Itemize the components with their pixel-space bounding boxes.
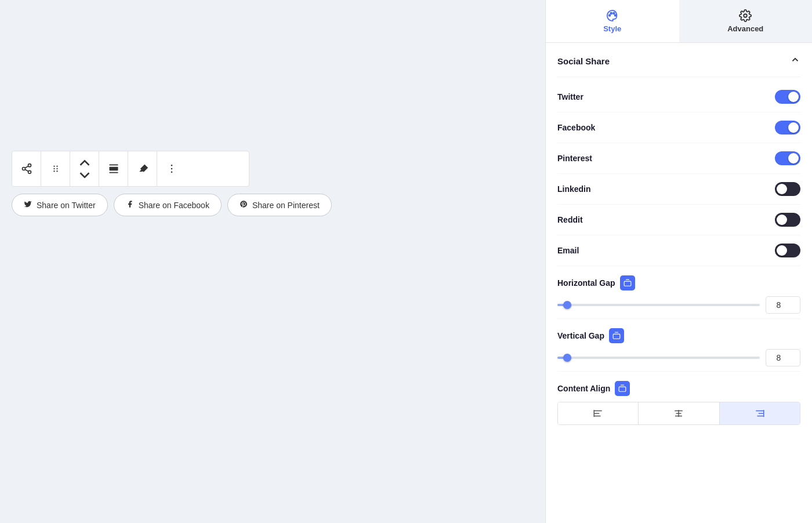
share-buttons-row: Share on Twitter Share on Facebook Share… (12, 194, 332, 216)
share-pinterest-label: Share on Pinterest (252, 201, 320, 210)
horizontal-gap-input[interactable] (766, 296, 800, 314)
toggle-label-twitter: Twitter (557, 92, 583, 101)
widget-container: Share on Twitter Share on Facebook Share… (12, 151, 332, 216)
svg-point-18 (610, 13, 612, 14)
toggle-label-linkedin: Linkedin (557, 184, 591, 194)
svg-point-9 (53, 170, 55, 172)
svg-rect-26 (619, 387, 626, 391)
svg-point-17 (608, 14, 610, 16)
toggle-twitter[interactable] (775, 90, 800, 104)
tab-advanced-label: Advanced (727, 24, 763, 33)
toggle-row-facebook: Facebook (557, 112, 800, 143)
horizontal-gap-device-icon[interactable] (620, 275, 635, 290)
align-left-button[interactable] (558, 402, 639, 424)
toggle-reddit[interactable] (775, 213, 800, 227)
facebook-icon (126, 200, 134, 210)
share-twitter-button[interactable]: Share on Twitter (12, 194, 108, 216)
section-title: Social Share (557, 56, 610, 66)
horizontal-gap-section: Horizontal Gap (557, 266, 800, 319)
svg-line-3 (25, 169, 28, 171)
share-icon[interactable] (12, 151, 41, 186)
svg-point-7 (53, 168, 55, 170)
right-panel: Style Advanced Social Share TwitterFaceb… (545, 0, 812, 523)
svg-point-1 (22, 168, 25, 170)
svg-point-8 (56, 168, 58, 170)
svg-rect-22 (624, 281, 631, 286)
more-icon[interactable] (157, 151, 186, 186)
toggle-row-linkedin: Linkedin (557, 174, 800, 205)
pin-icon[interactable] (128, 151, 157, 186)
svg-point-0 (28, 164, 31, 167)
panel-tabs: Style Advanced (546, 0, 812, 43)
toggle-email[interactable] (775, 244, 800, 257)
share-facebook-button[interactable]: Share on Facebook (114, 194, 222, 216)
panel-content: Social Share TwitterFacebookPinterestLin… (546, 43, 812, 441)
toggle-row-pinterest: Pinterest (557, 143, 800, 174)
svg-point-15 (171, 168, 173, 170)
toggle-label-facebook: Facebook (557, 123, 595, 132)
vertical-gap-slider-row (557, 349, 800, 366)
drag-icon[interactable] (41, 151, 70, 186)
content-align-device-icon[interactable] (615, 381, 630, 396)
toggle-linkedin[interactable] (775, 182, 800, 196)
svg-point-5 (53, 166, 55, 168)
vertical-gap-input[interactable] (766, 349, 800, 366)
toggle-label-email: Email (557, 246, 579, 255)
vertical-gap-device-icon[interactable] (609, 328, 624, 343)
svg-point-16 (171, 172, 173, 173)
svg-point-6 (56, 166, 58, 168)
toggle-row-twitter: Twitter (557, 82, 800, 112)
svg-point-21 (744, 14, 748, 17)
toggle-label-reddit: Reddit (557, 215, 583, 224)
svg-point-20 (614, 14, 616, 16)
share-pinterest-button[interactable]: Share on Pinterest (227, 194, 332, 216)
toggle-pinterest[interactable] (775, 151, 800, 165)
align-icon[interactable] (99, 151, 128, 186)
collapse-icon[interactable] (790, 55, 800, 67)
toggle-rows: TwitterFacebookPinterestLinkedinRedditEm… (557, 82, 800, 266)
horizontal-gap-slider-row (557, 296, 800, 314)
content-align-section: Content Align (557, 372, 800, 430)
svg-point-10 (56, 170, 58, 172)
tab-advanced[interactable]: Advanced (679, 0, 813, 42)
content-align-label: Content Align (557, 384, 610, 393)
tab-style[interactable]: Style (546, 0, 679, 42)
pinterest-icon (240, 200, 248, 210)
horizontal-gap-track[interactable] (557, 304, 760, 306)
section-header: Social Share (557, 43, 800, 77)
tab-style-label: Style (603, 24, 621, 33)
vertical-gap-section: Vertical Gap (557, 319, 800, 372)
align-right-button[interactable] (720, 402, 800, 424)
canvas-area: Share on Twitter Share on Facebook Share… (0, 0, 545, 523)
toggle-facebook[interactable] (775, 121, 800, 135)
twitter-icon (24, 200, 32, 210)
svg-rect-11 (109, 167, 118, 171)
toggle-label-pinterest: Pinterest (557, 154, 592, 163)
svg-line-4 (25, 166, 28, 168)
toggle-row-email: Email (557, 235, 800, 266)
svg-point-2 (28, 170, 31, 173)
svg-point-19 (613, 13, 615, 14)
align-buttons (557, 402, 800, 425)
svg-point-14 (171, 165, 173, 166)
align-center-button[interactable] (639, 402, 719, 424)
share-facebook-label: Share on Facebook (139, 201, 209, 210)
widget-toolbar (12, 151, 249, 187)
toggle-row-reddit: Reddit (557, 205, 800, 235)
svg-rect-24 (613, 334, 620, 339)
horizontal-gap-label: Horizontal Gap (557, 278, 615, 288)
vertical-gap-track[interactable] (557, 357, 760, 359)
share-twitter-label: Share on Twitter (37, 201, 96, 210)
vertical-gap-label: Vertical Gap (557, 331, 604, 340)
move-icon[interactable] (70, 151, 99, 186)
